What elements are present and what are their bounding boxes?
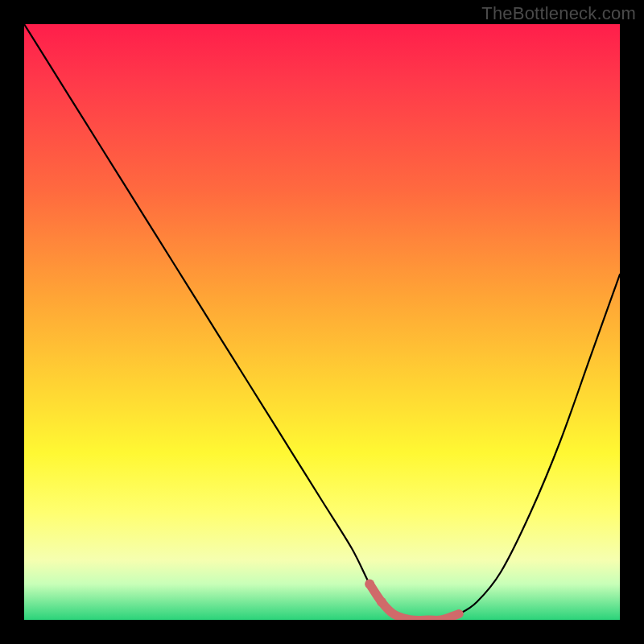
highlight-dot: [377, 597, 386, 607]
watermark-text: TheBottleneck.com: [481, 3, 636, 24]
bottleneck-curve: [24, 24, 620, 620]
highlight-dot: [365, 580, 374, 589]
plot-area: [24, 24, 620, 620]
curve-svg: [24, 24, 620, 620]
chart-frame: TheBottleneck.com: [0, 0, 644, 644]
